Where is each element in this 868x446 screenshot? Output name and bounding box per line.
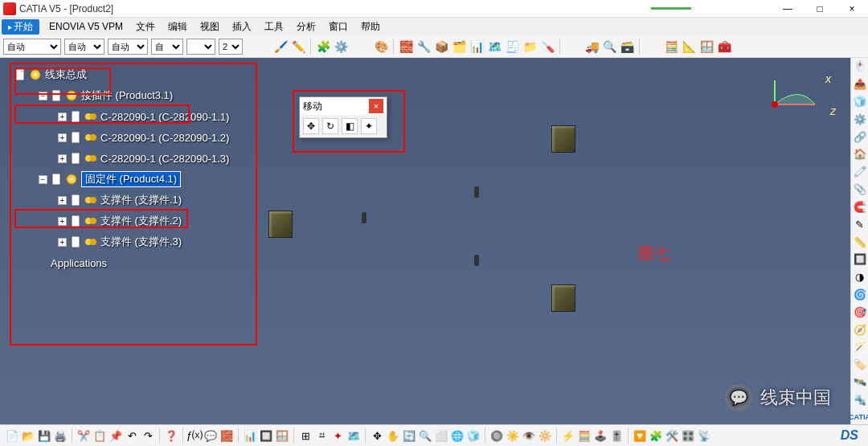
tool-icon[interactable]: 🧩: [649, 428, 663, 443]
fit-all-icon[interactable]: ✥: [370, 428, 384, 443]
new-icon[interactable]: 📄: [5, 428, 19, 443]
palette-close-button[interactable]: ×: [369, 99, 383, 113]
minimize-button[interactable]: —: [772, 0, 804, 18]
tool-icon[interactable]: 📦: [435, 40, 448, 53]
snap-tool-icon[interactable]: ◧: [342, 118, 358, 134]
tool-icon[interactable]: ✎: [853, 217, 867, 231]
3d-viewport[interactable]: 线束总成 − 接插件 (Product3.1) + C-282090-1 (C-…: [0, 58, 850, 424]
help-icon[interactable]: ❓: [164, 428, 178, 443]
3d-small-part[interactable]: [362, 212, 366, 223]
tool-icon[interactable]: 📊: [243, 428, 257, 443]
collapse-icon[interactable]: −: [39, 92, 47, 100]
maximize-button[interactable]: □: [804, 0, 836, 18]
tool-icon[interactable]: ⊞: [298, 428, 313, 443]
undo-icon[interactable]: ↶: [125, 428, 139, 443]
tool-icon[interactable]: 🛠️: [665, 428, 679, 443]
axis-icon[interactable]: ✦: [330, 428, 345, 443]
tool-icon[interactable]: 🧮: [665, 40, 678, 53]
tool-icon[interactable]: 🧱: [399, 40, 412, 53]
tool-icon[interactable]: 🖱️: [853, 59, 867, 74]
3d-small-part[interactable]: [474, 186, 479, 198]
tool-icon[interactable]: 🏷️: [853, 358, 867, 372]
tool-icon[interactable]: 🪛: [541, 40, 554, 53]
collapse-icon[interactable]: −: [39, 175, 47, 184]
tool-icon[interactable]: 🏠: [853, 147, 867, 162]
tool-icon[interactable]: 🖌️: [274, 40, 287, 53]
menu-window[interactable]: 窗口: [322, 18, 354, 35]
start-menu[interactable]: 开始: [2, 19, 39, 35]
tool-icon[interactable]: 🪄: [853, 340, 867, 354]
expand-icon[interactable]: +: [58, 238, 67, 247]
select-2[interactable]: 自动: [64, 39, 104, 55]
move-tool-icon[interactable]: ✥: [303, 118, 319, 134]
zoom-icon[interactable]: 🔍: [418, 428, 432, 443]
save-icon[interactable]: 💾: [37, 428, 51, 443]
tree-leaf[interactable]: + C-282090-1 (C-282090-1.1): [14, 106, 229, 127]
paste-icon[interactable]: 📌: [108, 428, 123, 443]
tool-icon[interactable]: 🔲: [259, 428, 273, 443]
tool-icon[interactable]: 🎯: [853, 305, 867, 319]
menu-insert[interactable]: 插入: [226, 18, 258, 35]
3d-part[interactable]: [551, 125, 575, 153]
expand-icon[interactable]: +: [58, 217, 67, 226]
tool-icon[interactable]: 📡: [697, 428, 711, 443]
tool-icon[interactable]: 🗃️: [620, 40, 633, 53]
expand-icon[interactable]: +: [58, 196, 67, 205]
tool-icon[interactable]: 📏: [853, 235, 867, 249]
copy-icon[interactable]: 📋: [92, 428, 107, 443]
tool-icon[interactable]: 🌐: [450, 428, 465, 443]
tool-icon[interactable]: 📎: [853, 182, 867, 197]
tool-icon[interactable]: 🔩: [853, 392, 867, 407]
rotate-icon[interactable]: 🔄: [402, 428, 416, 443]
normal-view-icon[interactable]: ⬜: [434, 428, 448, 443]
3d-part[interactable]: [268, 211, 293, 238]
tool-icon[interactable]: ◑: [853, 270, 867, 284]
select-3[interactable]: 自动: [108, 39, 148, 55]
tree-node-selected[interactable]: − 固定件 (Product4.1): [14, 169, 229, 190]
expand-icon[interactable]: +: [58, 154, 67, 163]
tree-leaf[interactable]: + C-282090-1 (C-282090-1.3): [14, 148, 229, 169]
tool-icon[interactable]: 💬: [203, 428, 218, 443]
tool-icon[interactable]: 📁: [523, 40, 536, 53]
tool-icon[interactable]: 🔗: [853, 129, 867, 144]
select-4[interactable]: 自: [151, 39, 183, 55]
menu-file[interactable]: 文件: [129, 18, 162, 35]
compass[interactable]: x z: [759, 72, 831, 129]
expand-icon[interactable]: +: [58, 133, 67, 142]
tool-icon[interactable]: ✏️: [292, 40, 305, 53]
tool-icon[interactable]: 🔲: [853, 252, 867, 267]
formula-icon[interactable]: ƒ⒳: [187, 428, 202, 443]
iso-view-icon[interactable]: 🧊: [466, 428, 481, 443]
3d-small-part[interactable]: [474, 255, 479, 266]
tool-icon[interactable]: 🗺️: [346, 428, 361, 443]
open-icon[interactable]: 📂: [21, 428, 35, 443]
tool-icon[interactable]: 🗂️: [452, 40, 465, 53]
tool-icon[interactable]: 🧊: [853, 95, 867, 109]
tree-root[interactable]: 线束总成: [14, 64, 229, 85]
rotate-tool-icon[interactable]: ↻: [322, 118, 338, 134]
tool-icon[interactable]: 📊: [470, 40, 483, 53]
tool-icon[interactable]: 🕹️: [593, 428, 608, 443]
tool-icon[interactable]: 🎚️: [609, 428, 624, 443]
tool-icon[interactable]: 🔆: [538, 428, 552, 443]
tool-icon[interactable]: 🧰: [718, 40, 731, 53]
menu-enovia[interactable]: ENOVIA V5 VPM: [43, 19, 129, 34]
tool-icon[interactable]: 🧭: [853, 322, 867, 337]
tool-icon[interactable]: ⚙️: [853, 112, 867, 126]
select-5[interactable]: [186, 39, 215, 55]
explode-tool-icon[interactable]: ✦: [361, 118, 377, 134]
pan-icon[interactable]: ✋: [386, 428, 400, 443]
tool-icon[interactable]: 🧱: [219, 428, 234, 443]
tool-icon[interactable]: 🚚: [585, 40, 598, 53]
tree-leaf[interactable]: + 支撑件 (支撑件.2): [14, 211, 229, 231]
select-1[interactable]: 自动: [3, 39, 61, 55]
tool-icon[interactable]: ☀️: [506, 428, 520, 443]
tool-icon[interactable]: 🧩: [317, 40, 330, 53]
tool-icon[interactable]: 📐: [682, 40, 695, 53]
tool-icon[interactable]: ⚙️: [334, 40, 347, 53]
tree-leaf[interactable]: + 支撑件 (支撑件.3): [14, 231, 229, 252]
menu-help[interactable]: 帮助: [354, 18, 387, 35]
expand-icon[interactable]: +: [58, 113, 67, 121]
palette-titlebar[interactable]: 移动 ×: [300, 97, 387, 115]
tool-icon[interactable]: 🧾: [506, 40, 518, 53]
